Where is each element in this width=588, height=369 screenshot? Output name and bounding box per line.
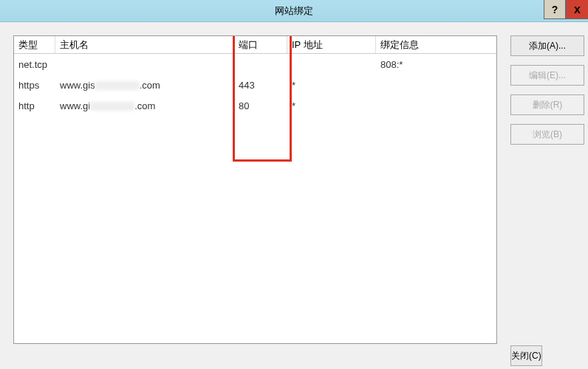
side-buttons: 添加(A)... 编辑(E)... 删除(R) 浏览(B) [510, 35, 584, 344]
window-close-button[interactable]: x [566, 0, 588, 19]
col-header-type[interactable]: 类型 [14, 36, 55, 53]
titlebar: 网站绑定 ? x [0, 0, 588, 22]
cell-port [234, 62, 287, 66]
close-button[interactable]: 关闭(C) [510, 345, 542, 366]
redacted-host [90, 102, 134, 111]
col-header-host[interactable]: 主机名 [55, 36, 234, 53]
help-button[interactable]: ? [544, 0, 566, 19]
col-header-bind[interactable]: 绑定信息 [376, 36, 496, 53]
cell-host [55, 62, 234, 66]
cell-ip: * [287, 77, 376, 93]
cell-ip [287, 62, 376, 66]
host-prefix: www.gi [60, 100, 90, 111]
cell-port: 80 [234, 98, 287, 114]
bottom-row: 关闭(C) [510, 345, 584, 366]
add-button[interactable]: 添加(A)... [510, 35, 584, 56]
cell-port: 443 [234, 77, 287, 93]
titlebar-controls: ? x [544, 0, 588, 21]
table-row[interactable]: http www.gi.com 80 * [14, 95, 496, 116]
delete-button: 删除(R) [510, 94, 584, 115]
browse-button: 浏览(B) [510, 124, 584, 145]
table-body: net.tcp 808:* https www.gis.com 443 * [14, 54, 496, 116]
cell-bind [376, 103, 496, 108]
host-suffix: .com [134, 100, 155, 111]
col-header-ip[interactable]: IP 地址 [287, 36, 376, 53]
redacted-host [95, 81, 140, 90]
cell-bind [376, 83, 496, 87]
cell-bind: 808:* [376, 57, 496, 72]
cell-host: www.gi.com [55, 98, 234, 114]
host-suffix: .com [140, 80, 160, 91]
table-header: 类型 主机名 端口 IP 地址 绑定信息 [14, 36, 496, 54]
cell-ip: * [287, 98, 376, 114]
cell-type: http [14, 98, 55, 114]
bindings-table[interactable]: 类型 主机名 端口 IP 地址 绑定信息 net.tcp 808:* https [13, 35, 497, 344]
cell-host: www.gis.com [55, 77, 234, 93]
cell-type: https [14, 77, 55, 93]
cell-type: net.tcp [14, 57, 55, 72]
table-row[interactable]: https www.gis.com 443 * [14, 75, 496, 95]
col-header-port[interactable]: 端口 [234, 36, 287, 53]
host-prefix: www.gis [60, 80, 95, 91]
table-row[interactable]: net.tcp 808:* [14, 54, 496, 75]
window-title: 网站绑定 [275, 4, 313, 18]
edit-button: 编辑(E)... [510, 65, 584, 86]
dialog-body: 类型 主机名 端口 IP 地址 绑定信息 net.tcp 808:* https [0, 22, 588, 369]
